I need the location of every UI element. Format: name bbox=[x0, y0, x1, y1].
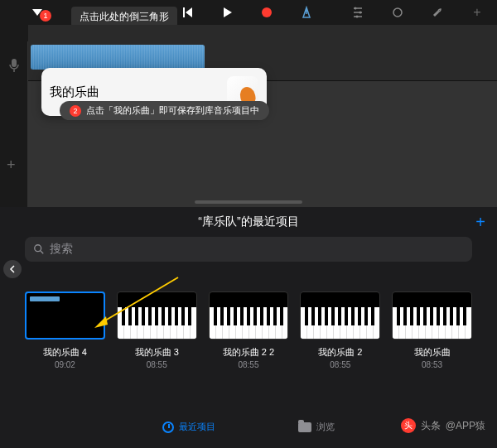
popup-title: 我的乐曲 bbox=[50, 84, 99, 100]
search-icon bbox=[33, 243, 45, 255]
watermark: 头 头条 @APP猿 bbox=[401, 418, 485, 433]
project-thumbnail bbox=[117, 291, 197, 340]
search-placeholder: 搜索 bbox=[50, 242, 73, 257]
project-time: 08:55 bbox=[238, 360, 258, 369]
skip-back-icon bbox=[181, 6, 194, 19]
rewind-button[interactable] bbox=[177, 2, 197, 22]
project-card[interactable]: 我的乐曲 2 208:55 bbox=[209, 291, 289, 369]
project-name: 我的乐曲 4 bbox=[43, 346, 87, 359]
home-indicator[interactable] bbox=[195, 200, 302, 204]
project-time: 08:55 bbox=[330, 360, 350, 369]
tab-browse-label: 浏览 bbox=[316, 421, 335, 433]
search-input[interactable]: 搜索 bbox=[25, 237, 472, 262]
folder-icon bbox=[298, 422, 311, 432]
tooltip-2: 2 点击「我的乐曲」即可保存到库音乐项目中 bbox=[60, 101, 269, 120]
metronome-button[interactable] bbox=[297, 2, 316, 22]
toutiao-logo-icon: 头 bbox=[401, 418, 416, 433]
svg-point-0 bbox=[262, 7, 272, 17]
svg-point-4 bbox=[393, 8, 402, 17]
svg-point-1 bbox=[355, 7, 357, 10]
project-thumbnail bbox=[209, 291, 289, 340]
project-name: 我的乐曲 2 bbox=[318, 346, 362, 359]
play-icon bbox=[220, 6, 234, 19]
svg-rect-5 bbox=[12, 59, 17, 67]
project-time: 08:53 bbox=[422, 360, 442, 369]
project-time: 09:02 bbox=[55, 360, 75, 369]
record-icon bbox=[260, 6, 273, 19]
tracks-view-button[interactable] bbox=[348, 2, 368, 22]
svg-line-7 bbox=[41, 251, 44, 254]
piano-keys-icon bbox=[301, 307, 379, 339]
track-sidebar: + bbox=[0, 41, 28, 207]
project-card[interactable]: 我的乐曲 308:55 bbox=[117, 291, 197, 369]
project-name: 我的乐曲 3 bbox=[135, 346, 179, 359]
sliders-icon bbox=[351, 6, 364, 19]
waveform-icon bbox=[31, 45, 205, 70]
tab-browse[interactable]: 浏览 bbox=[298, 421, 335, 433]
menu-dropdown-button[interactable] bbox=[7, 2, 27, 22]
mini-audio-clip-icon bbox=[30, 296, 60, 301]
loop-icon bbox=[391, 6, 404, 19]
browser-header: “库乐队”的最近项目 + bbox=[0, 207, 497, 237]
piano-keys-icon bbox=[118, 307, 196, 339]
watermark-prefix: 头条 bbox=[421, 419, 441, 433]
project-thumbnail bbox=[300, 291, 380, 340]
svg-point-3 bbox=[356, 16, 359, 18]
mic-icon[interactable] bbox=[6, 58, 22, 75]
tooltip-2-text: 点击「我的乐曲」即可保存到库音乐项目中 bbox=[86, 104, 259, 117]
garageband-editor: 1 点击此处的倒三角形 效果 bbox=[0, 0, 497, 207]
project-name: 我的乐曲 bbox=[414, 346, 451, 359]
tab-recent[interactable]: 最近项目 bbox=[162, 421, 215, 433]
project-time: 08:55 bbox=[147, 360, 167, 369]
project-card[interactable]: 我的乐曲 409:02 bbox=[25, 291, 105, 369]
project-thumbnail bbox=[25, 291, 105, 340]
audio-clip[interactable] bbox=[31, 45, 205, 70]
watermark-account: @APP猿 bbox=[446, 419, 485, 433]
track-area: + 我的乐曲 2 点击「我的乐曲」即可保存到库音乐项目中 bbox=[0, 41, 497, 207]
wrench-icon bbox=[431, 6, 444, 19]
timeline-ruler[interactable] bbox=[28, 25, 497, 41]
projects-row: 我的乐曲 409:02我的乐曲 308:55我的乐曲 2 208:55我的乐曲 … bbox=[0, 268, 497, 369]
piano-keys-icon bbox=[393, 307, 471, 339]
editor-toolbar: 1 点击此处的倒三角形 效果 bbox=[0, 0, 497, 25]
project-thumbnail bbox=[392, 291, 472, 340]
projects-browser: “库乐队”的最近项目 + 搜索 我的乐曲 409:02我的乐曲 308:55我的… bbox=[0, 207, 497, 448]
settings-button[interactable] bbox=[427, 2, 447, 22]
project-name: 我的乐曲 2 2 bbox=[223, 346, 274, 359]
new-project-button[interactable]: + bbox=[475, 213, 485, 232]
record-button[interactable] bbox=[257, 2, 277, 22]
step-2-badge: 2 bbox=[70, 105, 81, 117]
add-track-button[interactable]: + bbox=[7, 157, 16, 174]
svg-point-6 bbox=[35, 245, 41, 252]
tab-recent-label: 最近项目 bbox=[179, 421, 215, 433]
add-button[interactable]: + bbox=[467, 2, 487, 22]
piano-keys-icon bbox=[210, 307, 288, 339]
metronome-icon bbox=[300, 6, 313, 19]
clock-icon bbox=[162, 422, 174, 433]
svg-point-2 bbox=[359, 12, 362, 14]
step-1-badge: 1 bbox=[40, 10, 51, 22]
page-title: “库乐队”的最近项目 bbox=[198, 214, 298, 229]
loop-browser-button[interactable] bbox=[388, 2, 408, 22]
project-card[interactable]: 我的乐曲 208:55 bbox=[300, 291, 380, 369]
play-button[interactable] bbox=[217, 2, 237, 22]
project-card[interactable]: 我的乐曲08:53 bbox=[392, 291, 472, 369]
